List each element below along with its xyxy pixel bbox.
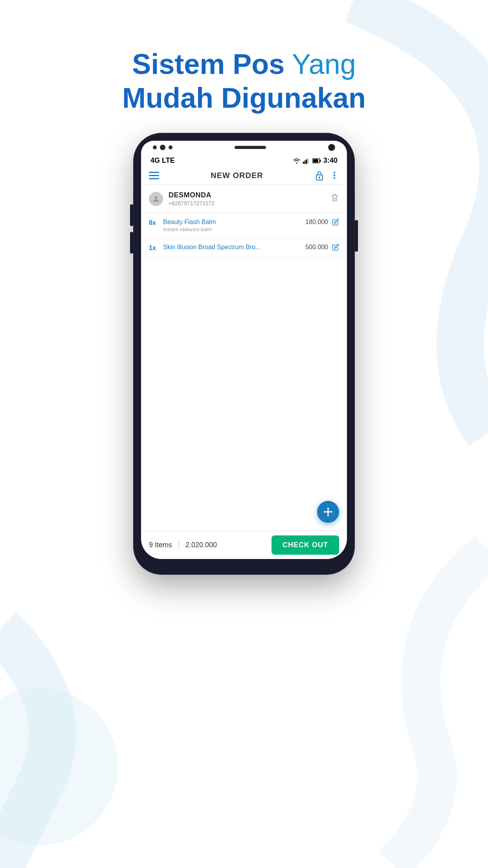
svg-point-12 <box>334 175 335 176</box>
svg-rect-7 <box>313 159 318 162</box>
customer-info: DESMONDA +62878717273172 <box>169 191 330 206</box>
items-count: 9 Items <box>149 541 172 549</box>
header-line2: Mudah Digunakan <box>122 82 366 114</box>
item-price-area-1: 180.000 <box>305 219 339 226</box>
item-qty-1: 8x <box>149 219 163 226</box>
add-item-button[interactable] <box>317 501 339 523</box>
svg-point-0 <box>0 688 118 845</box>
edit-icon-2[interactable] <box>332 244 339 251</box>
header-section: Sistem Pos Yang Mudah Digunakan <box>0 47 488 115</box>
menu-button[interactable] <box>149 172 159 179</box>
phone-top-notch <box>141 141 347 153</box>
item-details-2: Skin Illusion Broad Spectrum Bro... <box>163 244 305 251</box>
svg-rect-1 <box>303 162 304 164</box>
menu-line-3 <box>149 178 159 179</box>
item-name-2[interactable]: Skin Illusion Broad Spectrum Bro... <box>163 244 305 251</box>
lock-icon[interactable] <box>315 170 324 180</box>
volume-up-button <box>130 204 133 226</box>
network-status: 4G LTE <box>150 156 175 165</box>
power-button <box>355 220 358 252</box>
camera-lens <box>160 145 165 150</box>
bottom-bar: 9 Items 2.020.000 CHECK OUT <box>141 531 347 559</box>
wifi-icon <box>293 158 301 164</box>
checkout-button[interactable]: CHECK OUT <box>272 535 339 555</box>
signal-icon <box>303 158 310 164</box>
item-name-1[interactable]: Beauty Flash Balm <box>163 219 305 226</box>
delete-customer-button[interactable] <box>330 193 339 205</box>
status-bar: 4G LTE <box>141 153 347 166</box>
phone-mockup: 4G LTE <box>134 134 354 574</box>
order-item-1: 8x Beauty Flash Balm Instant radiance ba… <box>141 213 347 238</box>
svg-point-9 <box>319 177 320 178</box>
item-details-1: Beauty Flash Balm Instant radiance balm <box>163 219 305 232</box>
item-qty-2: 1x <box>149 245 163 252</box>
customer-avatar <box>149 192 163 206</box>
svg-rect-3 <box>306 159 307 164</box>
more-icon[interactable] <box>330 170 339 180</box>
status-icons: 3:40 <box>293 156 338 165</box>
header-light: Yang <box>284 48 356 80</box>
volume-down-button <box>130 232 133 254</box>
header-bold: Sistem Pos <box>132 48 284 80</box>
item-price-1: 180.000 <box>305 219 328 226</box>
total-amount: 2.020.000 <box>185 541 217 549</box>
app-bar-title: NEW ORDER <box>211 171 263 180</box>
battery-icon <box>312 158 321 164</box>
item-price-area-2: 500.000 <box>305 244 339 251</box>
edit-icon-1[interactable] <box>332 219 339 226</box>
camera-dot <box>153 145 157 149</box>
svg-rect-15 <box>333 195 337 201</box>
menu-line-2 <box>149 175 159 176</box>
front-camera <box>328 144 335 151</box>
speaker-grille <box>235 146 266 149</box>
order-item-2: 1x Skin Illusion Broad Spectrum Bro... 5… <box>141 238 347 257</box>
bottom-items-info: 9 Items 2.020.000 <box>149 541 272 550</box>
svg-point-14 <box>154 196 157 199</box>
menu-line-1 <box>149 172 159 173</box>
customer-name: DESMONDA <box>169 191 330 199</box>
item-price-2: 500.000 <box>305 244 328 251</box>
svg-point-11 <box>334 172 335 173</box>
customer-phone: +62878717273172 <box>169 200 330 206</box>
app-bar: NEW ORDER <box>141 166 347 185</box>
customer-row: DESMONDA +62878717273172 <box>141 185 347 213</box>
divider <box>178 541 179 550</box>
svg-rect-6 <box>320 160 321 162</box>
svg-rect-2 <box>305 160 306 164</box>
phone-screen: 4G LTE <box>141 153 347 559</box>
app-bar-actions <box>315 170 339 180</box>
svg-point-13 <box>334 177 335 179</box>
phone-body: 4G LTE <box>134 134 354 574</box>
camera-area <box>153 145 172 150</box>
item-desc-1: Instant radiance balm <box>163 226 305 232</box>
time-display: 3:40 <box>323 156 338 165</box>
content-area <box>141 257 347 531</box>
camera-dot-2 <box>169 145 172 149</box>
svg-rect-4 <box>308 158 309 164</box>
